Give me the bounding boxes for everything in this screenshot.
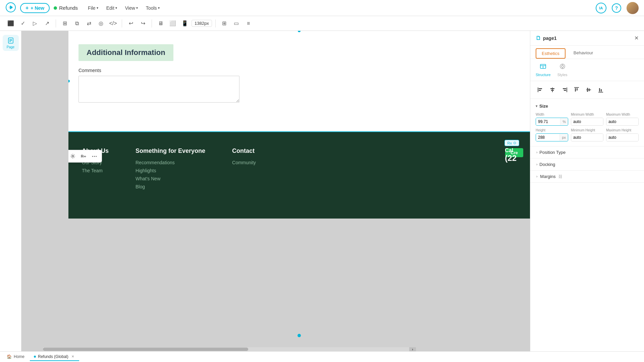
viewport-size-display[interactable]: 1382px — [192, 20, 212, 27]
mobile-view-button[interactable]: 📱 — [179, 18, 190, 29]
docking-section[interactable]: › Docking — [530, 159, 644, 171]
new-label: + New — [31, 5, 44, 11]
whats-new-link[interactable]: What's New — [136, 176, 205, 181]
interactions-tool[interactable]: ⇄ — [84, 18, 94, 29]
scroll-right-arrow[interactable]: › — [409, 347, 416, 351]
align-left[interactable] — [536, 85, 545, 95]
recommendations-link[interactable]: Recommendations — [136, 160, 205, 165]
new-button[interactable]: + + New — [20, 3, 50, 13]
panel-title: 🗋 page1 — [536, 35, 556, 41]
highlights-link[interactable]: Highlights — [136, 168, 205, 173]
export-button[interactable]: ↗ — [42, 18, 52, 29]
svg-rect-23 — [564, 90, 566, 91]
layout-tool[interactable]: ≡ — [243, 18, 254, 29]
tab-behaviour[interactable]: Behaviour — [568, 48, 599, 59]
size-title[interactable]: ▾ Size — [536, 104, 639, 109]
project-name: Refunds — [54, 5, 78, 11]
esthetics-tab-label: Esthetics — [542, 51, 559, 56]
comments-textarea[interactable] — [78, 76, 239, 103]
max-height-input[interactable] — [606, 134, 638, 141]
tablet-view-button[interactable]: ⬜ — [167, 18, 178, 29]
width-unit: % — [560, 118, 568, 125]
structure-icon — [540, 63, 546, 71]
svg-rect-19 — [550, 88, 554, 89]
svg-rect-17 — [539, 90, 541, 91]
align-center-h[interactable] — [548, 85, 557, 95]
redo-button[interactable]: ↪ — [138, 18, 148, 29]
subtab-styles[interactable]: Styles — [557, 63, 568, 77]
align-center-v[interactable] — [584, 85, 593, 95]
panel-tool[interactable]: ▭ — [231, 18, 242, 29]
ia-badge[interactable]: IA — [596, 3, 606, 13]
tab-esthetics[interactable]: Esthetics — [536, 48, 566, 59]
align-top[interactable] — [572, 85, 581, 95]
position-type-section[interactable]: › Position Type — [530, 146, 644, 159]
grid-tool[interactable]: ⊞ — [219, 18, 230, 29]
undo-button[interactable]: ↩ — [125, 18, 136, 29]
scroll-thumb[interactable] — [43, 348, 248, 351]
file-menu[interactable]: File ▾ — [85, 4, 102, 12]
top-nav: + + New Refunds File ▾ Edit ▾ View ▾ Too… — [0, 0, 644, 16]
desktop-view-button[interactable]: 🖥 — [155, 18, 166, 29]
app-logo[interactable] — [5, 2, 16, 14]
margins-section[interactable]: › Margins ⛓ — [530, 171, 644, 183]
status-dot — [54, 6, 57, 10]
max-width-input[interactable] — [606, 118, 638, 125]
align-right[interactable] — [560, 85, 569, 95]
the-team-link[interactable]: The Team — [82, 168, 109, 173]
styles-icon — [559, 63, 566, 71]
panel-close-button[interactable]: ✕ — [634, 35, 639, 41]
min-height-field: Minimum Height — [571, 128, 603, 141]
export-icon: ↗ — [45, 20, 49, 26]
layout-icon: ≡ — [247, 20, 250, 26]
components-tool[interactable]: ⊞ — [59, 18, 70, 29]
footer-contact: Contact Community — [232, 147, 256, 192]
states-tool[interactable]: ◎ — [96, 18, 106, 29]
canvas-area[interactable]: Additional Information Comments — [21, 31, 530, 351]
play-button[interactable]: ▷ — [30, 18, 40, 29]
interactions-icon: ⇄ — [87, 20, 91, 26]
height-input[interactable] — [536, 134, 559, 141]
community-link[interactable]: Community — [232, 160, 256, 165]
more-options[interactable]: ⋯ — [90, 152, 99, 161]
max-height-input-wrap — [606, 133, 639, 141]
home-tab[interactable]: 🏠 Home — [3, 353, 29, 361]
rx-badge: Rx ⊙ — [504, 140, 519, 146]
left-sidebar: Page — [0, 31, 21, 351]
edit-menu[interactable]: Edit ▾ — [103, 4, 120, 12]
selection-handle-bottom[interactable] — [298, 334, 301, 337]
home-tab-label: Home — [14, 354, 24, 359]
refunds-tab-close[interactable]: ✕ — [70, 354, 75, 359]
selection-handle-left[interactable] — [68, 80, 70, 82]
selection-handle-top[interactable] — [298, 31, 301, 32]
tools-label: Tools — [146, 5, 157, 11]
layers-tool[interactable]: ⧉ — [71, 18, 82, 29]
states-icon: ◎ — [99, 20, 103, 26]
position-type-title: › Position Type — [536, 150, 639, 155]
view-menu[interactable]: View ▾ — [122, 4, 141, 12]
user-avatar[interactable] — [627, 2, 639, 14]
code-tool[interactable]: </> — [108, 18, 118, 29]
rx-tool[interactable]: R∞ — [79, 152, 88, 161]
help-button[interactable]: ? — [612, 3, 621, 13]
mobile-icon: 📱 — [181, 20, 188, 26]
sidebar-item-page[interactable]: Page — [3, 35, 19, 51]
redo-icon: ↪ — [141, 20, 145, 26]
settings-tool[interactable] — [68, 152, 77, 161]
help-label: ? — [615, 5, 618, 11]
refunds-tab[interactable]: Refunds (Global) ✕ — [30, 353, 79, 361]
min-height-input[interactable] — [571, 134, 603, 141]
min-width-input[interactable] — [571, 118, 603, 125]
save-button[interactable]: ⬛ — [5, 18, 16, 29]
tools-menu[interactable]: Tools ▾ — [143, 4, 163, 12]
align-bottom[interactable] — [596, 85, 605, 95]
home-icon: 🏠 — [7, 354, 12, 359]
blog-link[interactable]: Blog — [136, 184, 205, 189]
width-input[interactable] — [536, 118, 560, 125]
min-height-label: Minimum Height — [571, 128, 603, 132]
docking-chevron-icon: › — [536, 163, 537, 166]
width-field: Width % — [536, 113, 568, 126]
horizontal-scrollbar[interactable] — [43, 347, 416, 351]
subtab-structure[interactable]: Structure — [536, 63, 551, 77]
check-button[interactable]: ✓ — [17, 18, 28, 29]
